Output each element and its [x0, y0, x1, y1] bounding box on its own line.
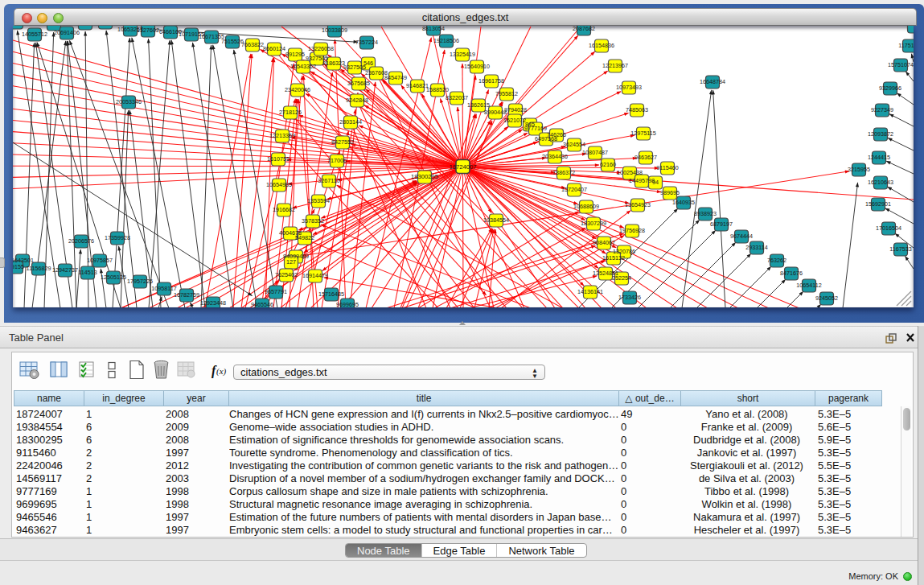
svg-text:62160: 62160	[600, 161, 616, 168]
svg-text:1916682: 1916682	[273, 206, 295, 213]
svg-text:16210643: 16210643	[868, 179, 893, 186]
svg-text:15720407: 15720407	[561, 186, 587, 193]
svg-text:1588520: 1588520	[426, 86, 449, 93]
svg-text:2933114: 2933114	[745, 244, 767, 251]
svg-text:10654112: 10654112	[796, 282, 821, 289]
svg-text:8938923: 8938923	[694, 210, 717, 217]
svg-text:9465546: 9465546	[251, 301, 273, 307]
svg-text:14136141: 14136141	[577, 288, 603, 295]
svg-text:1615132: 1615132	[602, 254, 625, 262]
svg-text:9699695: 9699695	[336, 301, 359, 307]
svg-text:9674444: 9674444	[730, 233, 753, 240]
svg-text:17016504: 17016504	[876, 225, 901, 232]
svg-text:763262: 763262	[767, 257, 786, 264]
svg-text:9777169: 9777169	[524, 125, 547, 132]
svg-text:12213967: 12213967	[602, 62, 628, 69]
svg-text:546: 546	[363, 60, 373, 67]
svg-text:9794028: 9794028	[504, 106, 527, 113]
svg-text:94: 94	[652, 179, 659, 186]
svg-text:2718126: 2718126	[279, 109, 302, 116]
svg-text:3675685: 3675685	[347, 80, 370, 87]
svg-text:549822: 549822	[295, 234, 314, 241]
svg-text:9245052: 9245052	[815, 295, 838, 302]
svg-text:19384554: 19384554	[483, 216, 509, 224]
svg-text:20364436: 20364436	[542, 153, 568, 160]
svg-text:1362615: 1362615	[467, 101, 490, 109]
svg-text:8427552: 8427552	[331, 138, 354, 146]
svg-text:7357224: 7357224	[355, 39, 378, 46]
svg-text:12923448: 12923448	[200, 299, 226, 307]
svg-text:1527602: 1527602	[137, 27, 159, 34]
svg-text:8813054: 8813054	[422, 26, 445, 32]
svg-text:20053346: 20053346	[116, 98, 142, 105]
svg-text:16961758: 16961758	[478, 77, 504, 84]
svg-text:1640935: 1640935	[672, 199, 695, 206]
svg-text:1175107: 1175107	[898, 42, 914, 49]
svg-text:10688609: 10688609	[573, 203, 599, 210]
svg-text:3267110: 3267110	[318, 177, 339, 184]
svg-text:13325419: 13325419	[450, 51, 475, 58]
svg-text:18724007: 18724007	[450, 163, 477, 171]
svg-text:9227349: 9227349	[871, 106, 893, 113]
svg-text:12093872: 12093872	[868, 130, 893, 138]
svg-text:9657791: 9657791	[265, 288, 287, 295]
svg-text:14495798: 14495798	[629, 177, 655, 184]
svg-text:15692901: 15692901	[865, 200, 891, 208]
svg-text:114513: 114513	[78, 269, 97, 276]
svg-text:19756928: 19756928	[619, 227, 645, 234]
svg-text:10975857: 10975857	[87, 257, 113, 264]
svg-text:2087682: 2087682	[573, 26, 595, 32]
svg-text:14055712: 14055712	[22, 31, 47, 38]
svg-text:17957225: 17957225	[127, 278, 153, 285]
svg-text:7386372: 7386372	[552, 169, 575, 176]
svg-text:12505135: 12505135	[101, 274, 126, 281]
svg-text:127: 127	[286, 258, 296, 266]
svg-text:7625402: 7625402	[275, 271, 298, 278]
svg-text:1244415: 1244415	[868, 154, 890, 161]
svg-text:891295: 891295	[285, 51, 305, 58]
svg-text:9329966: 9329966	[879, 84, 901, 92]
svg-text:10025438: 10025438	[617, 169, 643, 176]
svg-text:12213369: 12213369	[269, 132, 295, 139]
svg-text:20206576: 20206576	[68, 237, 94, 245]
svg-text:15751074: 15751074	[888, 61, 914, 68]
svg-text:(x): (x)	[216, 366, 227, 377]
svg-text:9463627: 9463627	[634, 154, 657, 161]
svg-text:10973493: 10973493	[616, 84, 642, 91]
svg-text:99155: 99155	[13, 263, 24, 270]
svg-text:10807487: 10807487	[582, 149, 608, 156]
svg-text:1353594: 1353594	[307, 197, 330, 204]
svg-text:8471676: 8471676	[780, 270, 803, 277]
svg-text:746266: 746266	[547, 131, 566, 138]
svg-text:6879197: 6879197	[710, 220, 733, 228]
svg-text:8186323: 8186323	[322, 60, 345, 67]
svg-text:8454749: 8454749	[384, 74, 407, 81]
svg-text:19218506: 19218506	[433, 37, 459, 44]
svg-text:13226058: 13226058	[308, 45, 334, 52]
svg-text:18307299: 18307299	[581, 220, 606, 227]
svg-text:3624554: 3624554	[563, 141, 585, 148]
svg-text:18300295: 18300295	[411, 173, 438, 180]
svg-text:9146821: 9146821	[406, 82, 429, 89]
svg-text:23420046: 23420046	[285, 86, 310, 93]
svg-text:1167533: 1167533	[889, 245, 911, 253]
svg-text:7955812: 7955812	[495, 90, 518, 97]
svg-text:9327505: 9327505	[343, 64, 366, 71]
svg-text:3578352: 3578352	[302, 217, 324, 225]
svg-text:16782759: 16782759	[174, 291, 199, 299]
svg-text:8660124: 8660124	[263, 45, 285, 52]
svg-text:12942737: 12942737	[52, 266, 78, 274]
svg-text:12975115: 12975115	[630, 130, 655, 137]
svg-text:10033809: 10033809	[322, 27, 347, 34]
svg-text:17359928: 17359928	[105, 234, 130, 241]
svg-text:9115460: 9115460	[656, 164, 678, 171]
svg-text:7663822: 7663822	[241, 41, 264, 48]
svg-text:20691406: 20691406	[54, 29, 80, 36]
svg-text:13654923: 13654923	[625, 201, 651, 208]
svg-text:2803144: 2803144	[339, 118, 362, 126]
svg-text:7485063: 7485063	[626, 106, 648, 113]
svg-text:1733426: 1733426	[618, 294, 641, 301]
svg-text:717006: 717006	[327, 157, 347, 164]
svg-text:1610755: 1610755	[267, 155, 290, 163]
svg-text:10654985: 10654985	[266, 181, 292, 188]
